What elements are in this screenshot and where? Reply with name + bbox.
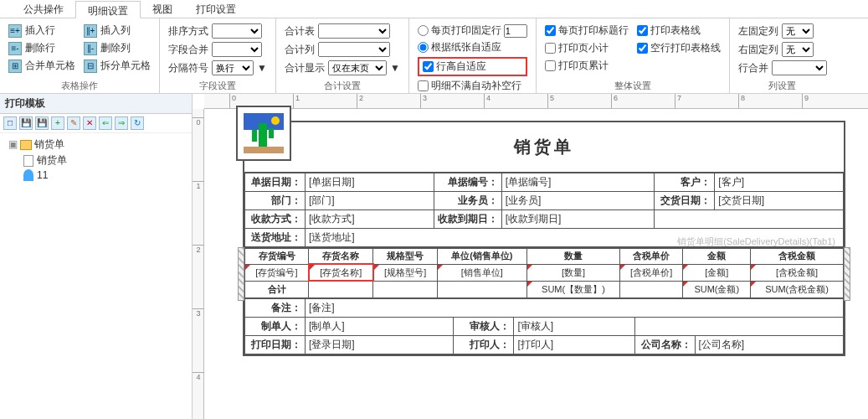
auto-paper-radio[interactable]: 根据纸张自适应 [418,40,527,54]
leftfix-select[interactable]: 无 [782,23,814,39]
sumcol-select[interactable] [318,42,390,57]
save-icon[interactable]: 💾 [19,116,33,130]
group-col-label: 列设置 [730,80,835,92]
svg-rect-6 [244,147,284,153]
delete-row-button[interactable]: ≡-删除行 [8,41,75,55]
template-tree: ▣ 销货单 销货单 11 [0,133,192,185]
new-icon[interactable]: □ [3,116,17,130]
group-table-label: 表格操作 [0,80,159,92]
footer-fields: 备注：[备注] 制单人：[制单人] 审核人：[审核人] 打印日期：[登录日期] … [244,298,844,354]
fixed-rows-radio[interactable]: 每页打印固定行 [418,23,527,38]
leftfix-label: 左固定列 [738,24,778,39]
delete-col-icon: ∥- [84,42,97,55]
logo-placeholder[interactable] [236,106,291,161]
fieldmerge-select[interactable] [212,42,262,57]
group-sum-label: 合计设置 [276,80,408,92]
detail-watermark: 销货单明细(SaleDeliveryDetails)(Tab1) [677,235,835,248]
tree-root[interactable]: ▣ 销货单 [5,137,187,153]
svg-rect-5 [269,128,274,138]
group-field-label: 字段设置 [160,80,275,92]
svg-rect-3 [259,123,267,148]
insert-row-icon: ≡+ [8,24,22,38]
rightfix-label: 右固定列 [738,43,778,57]
sidebar-title: 打印模板 [0,94,192,114]
tree-node-2[interactable]: 11 [5,168,187,182]
v-ruler: 01234 [193,109,204,419]
svg-rect-4 [252,130,257,142]
tree-node-1[interactable]: 销货单 [5,153,187,168]
sumshow-label: 合计显示 [285,61,325,75]
sidebar-toolbar: □ 💾 💾 + ✎ ✕ ⇐ ⇒ ↻ [0,114,192,133]
sumshow-select[interactable]: 仅在末页 [328,60,387,75]
sort-label: 排序方式 [168,24,208,39]
grid-on-check[interactable]: 打印表格线 [637,23,721,38]
detail-grid[interactable]: 存货编号存货名称规格型号单位(销售单位)数量含税单价金额含税金额 [存货编号] … [244,247,844,298]
delete-row-icon: ≡- [8,42,22,55]
edit-icon[interactable]: ✎ [67,116,80,130]
page-subtotal-check[interactable]: 打印页小计 [545,41,629,55]
tab-view[interactable]: 视图 [141,0,184,18]
selected-cell[interactable]: [存货名称] [309,264,373,281]
insert-row-button[interactable]: ≡+插入行 [8,23,75,38]
sumtable-label: 合计表 [285,24,315,39]
sep-label: 分隔符号 [168,61,208,75]
insert-col-icon: ∥+ [84,24,97,38]
menu-tabs: 公共操作 明细设置 视图 打印设置 [0,0,868,18]
add-icon[interactable]: + [51,116,64,130]
ribbon: ≡+插入行 ≡-删除行 ⊞合并单元格 ∥+插入列 ∥-删除列 ⊟拆分单元格 表格… [0,18,868,94]
header-each-check[interactable]: 每页打印标题行 [545,23,629,38]
design-canvas[interactable]: 0123456789 01234 销货单 单据日期：[单据日期 [193,94,868,419]
auto-blank-check[interactable]: 明细不满自动补空行 [418,79,527,93]
sumtable-select[interactable] [318,23,390,39]
empty-grid-check[interactable]: 空行打印表格线 [637,41,721,55]
sumcol-label: 合计列 [285,43,315,57]
doc-title: 销货单 [514,136,574,158]
rowmerge-label: 行合并 [738,61,768,75]
report-page[interactable]: 销货单 单据日期：[单据日期] 单据编号：[单据编号] 客户：[客户] 部门：[… [243,121,845,356]
import-icon[interactable]: ⇐ [99,116,112,130]
cactus-icon [244,113,284,153]
group-whole-label: 整体设置 [537,80,729,92]
fixed-rows-input[interactable] [504,24,527,38]
insert-col-button[interactable]: ∥+插入列 [84,23,151,38]
fieldmerge-label: 字段合并 [168,43,208,57]
refresh-icon[interactable]: ↻ [131,116,144,130]
auto-rowheight-check[interactable]: 行高自适应 [418,57,527,76]
saveas-icon[interactable]: 💾 [35,116,49,130]
file-icon [23,155,33,167]
split-cell-button[interactable]: ⊟拆分单元格 [84,59,151,73]
delete-icon[interactable]: ✕ [83,116,96,130]
rowmerge-select[interactable] [772,60,827,75]
split-icon: ⊟ [84,59,97,73]
h-ruler: 0123456789 [204,94,868,109]
delete-col-button[interactable]: ∥-删除列 [84,41,151,55]
sort-select[interactable] [212,23,262,39]
export-icon[interactable]: ⇒ [115,116,128,130]
svg-point-2 [271,116,280,125]
tab-public[interactable]: 公共操作 [12,0,75,18]
sidebar: 打印模板 □ 💾 💾 + ✎ ✕ ⇐ ⇒ ↻ ▣ 销货单 销货单 11 [0,94,193,419]
tab-print[interactable]: 打印设置 [184,0,248,18]
merge-icon: ⊞ [8,59,22,73]
tab-detail[interactable]: 明细设置 [75,1,141,18]
rightfix-select[interactable]: 无 [782,42,814,57]
folder-icon [20,140,32,150]
merge-cell-button[interactable]: ⊞合并单元格 [8,59,75,73]
page-total-check[interactable]: 打印页累计 [545,59,629,73]
user-icon [23,169,33,181]
sep-select[interactable]: 换行 [212,60,254,75]
